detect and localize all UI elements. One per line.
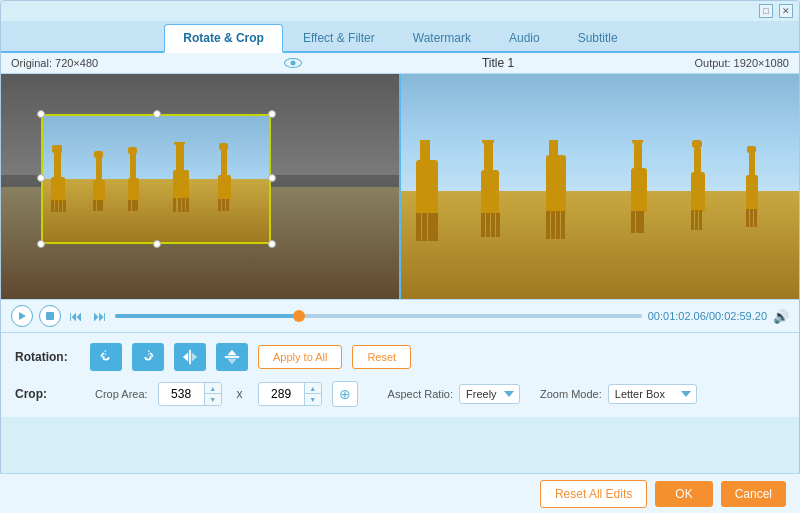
svg-rect-81 [546,211,550,239]
svg-rect-43 [97,200,100,211]
crop-width-down[interactable]: ▼ [205,394,221,405]
giraffes-right [401,140,791,250]
ok-button[interactable]: OK [655,481,712,507]
crop-handle-br[interactable] [268,240,276,248]
svg-rect-34 [52,145,62,153]
preview-eye-icon[interactable] [284,58,302,68]
svg-rect-52 [176,142,184,174]
svg-rect-68 [422,213,427,241]
svg-rect-63 [226,199,229,211]
x-separator: x [237,387,243,401]
svg-rect-73 [482,140,494,144]
prev-frame-button[interactable]: ⏮ [67,308,85,324]
svg-rect-65 [420,140,430,165]
title-center: Title 1 [482,56,514,70]
tab-audio[interactable]: Audio [491,25,558,51]
svg-rect-38 [63,200,66,212]
flip-vertical-button[interactable] [216,343,248,371]
svg-rect-69 [428,213,433,241]
svg-rect-88 [631,211,635,233]
svg-rect-91 [691,172,705,212]
crop-handle-tm[interactable] [153,110,161,118]
svg-rect-67 [416,213,421,241]
crop-height-input[interactable]: 289 [259,384,304,404]
rotation-label: Rotation: [15,350,80,364]
svg-rect-61 [218,199,221,211]
svg-rect-44 [100,200,103,211]
rotate-left-button[interactable] [90,343,122,371]
svg-rect-54 [173,198,176,212]
crop-label: Crop: [15,387,80,401]
crop-handle-mr[interactable] [268,174,276,182]
aspect-ratio-group: Aspect Ratio: Freely 16:9 4:3 1:1 [388,384,520,404]
tab-watermark[interactable]: Watermark [395,25,489,51]
svg-marker-103 [19,312,26,320]
svg-rect-106 [225,356,239,358]
crop-handle-tl[interactable] [37,110,45,118]
output-resolution: Output: 1920×1080 [694,57,789,69]
minimize-button[interactable]: □ [759,4,773,18]
crop-width-up[interactable]: ▲ [205,383,221,394]
svg-rect-76 [491,213,495,237]
svg-rect-70 [433,213,438,241]
reset-all-edits-button[interactable]: Reset All Edits [540,480,647,508]
crop-handle-bm[interactable] [153,240,161,248]
tab-rotate-crop[interactable]: Rotate & Crop [164,24,283,53]
tab-bar: Rotate & Crop Effect & Filter Watermark … [1,21,799,53]
svg-rect-60 [219,143,228,150]
svg-rect-49 [132,200,135,211]
svg-rect-47 [128,147,137,154]
volume-icon[interactable]: 🔊 [773,309,789,324]
svg-rect-92 [694,147,701,175]
title-bar: □ ✕ [1,1,799,21]
aspect-ratio-select[interactable]: Freely 16:9 4:3 1:1 [459,384,520,404]
close-button[interactable]: ✕ [779,4,793,18]
crop-row: Crop: Crop Area: 538 ▲ ▼ x 289 ▲ ▼ ⊕ Asp… [15,381,785,407]
crop-height-down[interactable]: ▼ [305,394,321,405]
aspect-ratio-label: Aspect Ratio: [388,388,453,400]
bottom-bar: Reset All Edits OK Cancel [0,473,800,513]
crop-area-label: Crop Area: [95,388,148,400]
progress-fill [115,314,299,318]
crop-height-input-group: 289 ▲ ▼ [258,382,322,406]
apply-to-all-button[interactable]: Apply to All [258,345,342,369]
svg-rect-41 [94,151,103,158]
svg-rect-56 [182,198,185,212]
svg-rect-58 [218,175,231,201]
crop-box[interactable] [41,114,271,244]
svg-rect-105 [189,350,191,364]
tab-effect-filter[interactable]: Effect & Filter [285,25,393,51]
stop-button[interactable] [39,305,61,327]
svg-rect-32 [51,177,65,202]
zoom-mode-label: Zoom Mode: [540,388,602,400]
crop-handle-bl[interactable] [37,240,45,248]
cancel-button[interactable]: Cancel [721,481,786,507]
crop-height-spinners: ▲ ▼ [304,383,321,405]
svg-rect-45 [128,178,139,202]
video-area [1,74,799,299]
svg-rect-79 [549,140,558,159]
flip-horizontal-button[interactable] [174,343,206,371]
svg-rect-64 [416,160,438,215]
tab-subtitle[interactable]: Subtitle [560,25,636,51]
svg-rect-62 [222,199,225,211]
rotation-reset-button[interactable]: Reset [352,345,411,369]
progress-bar[interactable] [115,314,642,318]
svg-rect-46 [130,152,136,180]
crop-height-up[interactable]: ▲ [305,383,321,394]
rotate-right-button[interactable] [132,343,164,371]
svg-rect-53 [174,142,185,145]
crop-handle-ml[interactable] [37,174,45,182]
zoom-mode-select[interactable]: Letter Box Pan & Scan Full [608,384,697,404]
svg-rect-48 [128,200,131,211]
next-frame-button[interactable]: ⏭ [91,308,109,324]
svg-rect-84 [561,211,565,239]
svg-rect-89 [636,211,640,233]
crop-handle-tr[interactable] [268,110,276,118]
progress-thumb[interactable] [293,310,305,322]
svg-rect-72 [484,142,493,174]
controls-area: Rotation: Apply to All Reset Crop: Crop … [1,333,799,417]
crop-width-input[interactable]: 538 [159,384,204,404]
center-crop-button[interactable]: ⊕ [332,381,358,407]
play-button[interactable] [11,305,33,327]
